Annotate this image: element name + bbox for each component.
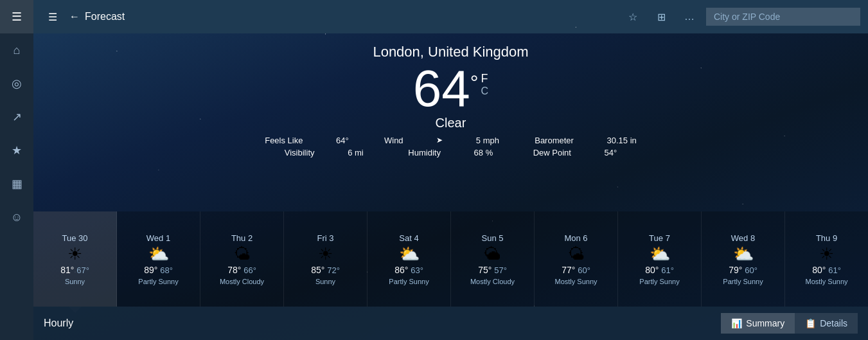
unit-selector: F C: [481, 72, 489, 97]
forecast-day-condition-1: Partly Sunny: [138, 278, 178, 286]
forecast-day-icon-6: 🌤: [568, 246, 585, 262]
forecast-day-temps-9: 80° 61°: [812, 265, 841, 275]
wind-label: Wind: [384, 136, 403, 145]
forecast-day-temps-1: 89° 68°: [144, 265, 173, 275]
visibility-label: Visibility: [285, 148, 315, 157]
forecast-day-3[interactable]: Fri 3 ☀ 85° 72° Sunny: [284, 211, 368, 307]
hourly-label: Hourly: [44, 318, 721, 329]
forecast-day-condition-2: Mostly Cloudy: [220, 278, 264, 286]
forecast-day-condition-9: Mostly Sunny: [805, 278, 847, 286]
forecast-day-temps-8: 79° 60°: [729, 265, 757, 275]
search-input[interactable]: [706, 8, 860, 26]
forecast-day-2[interactable]: Thu 2 🌤 78° 66° Mostly Cloudy: [200, 211, 284, 307]
forecast-day-label-6: Mon 6: [564, 233, 587, 243]
forecast-day-label-4: Sat 4: [399, 233, 418, 243]
weather-stats-row2: Visibility 6 mi Humidity 68 % Dew Point …: [285, 148, 617, 157]
humidity-label: Humidity: [408, 148, 441, 157]
bottom-bar: Hourly 📊 Summary 📋 Details: [33, 307, 868, 340]
weather-content: London, United Kingdom 64 ° F C Clear Fe…: [33, 33, 868, 211]
forecast-day-temps-4: 86° 63°: [394, 265, 423, 275]
forecast-day-temps-6: 77° 60°: [562, 265, 590, 275]
summary-button[interactable]: 📊 Summary: [721, 313, 795, 334]
header-actions: ☆ ⊞ …: [621, 5, 860, 28]
degree-symbol: °: [470, 71, 479, 94]
visibility-value: 6 mi: [348, 148, 364, 157]
dew-point-value: 54°: [605, 148, 617, 157]
wind-value: 5 mph: [476, 136, 499, 145]
city-name: London, United Kingdom: [373, 44, 528, 60]
forecast-day-condition-7: Partly Sunny: [639, 278, 679, 286]
forecast-bar: Tue 30 ☀ 81° 67° Sunny Wed 1 ⛅ 89° 68° P…: [33, 211, 868, 307]
more-button[interactable]: …: [678, 5, 701, 28]
forecast-day-condition-6: Mostly Sunny: [554, 278, 597, 286]
forecast-day-temps-2: 78° 66°: [227, 265, 256, 275]
details-button[interactable]: 📋 Details: [795, 313, 858, 334]
app-title: Forecast: [85, 11, 621, 22]
details-list-icon: 📋: [805, 318, 816, 328]
forecast-day-condition-0: Sunny: [65, 278, 85, 286]
forecast-day-1[interactable]: Wed 1 ⛅ 89° 68° Partly Sunny: [117, 211, 200, 307]
summary-label: Summary: [746, 318, 784, 328]
forecast-day-7[interactable]: Tue 7 ⛅ 80° 61° Partly Sunny: [618, 211, 702, 307]
summary-chart-icon: 📊: [731, 318, 742, 328]
details-label: Details: [820, 318, 847, 328]
weather-stats-row1: Feels Like 64° Wind ➤ 5 mph Barometer 30…: [265, 136, 637, 145]
barometer-value: 30.15 in: [607, 136, 637, 145]
forecast-day-icon-2: 🌤: [234, 246, 251, 262]
forecast-day-condition-3: Sunny: [315, 278, 335, 286]
forecast-day-temps-5: 75° 57°: [478, 265, 507, 275]
favorite-button[interactable]: ☆: [621, 5, 644, 28]
sidebar-trending-icon[interactable]: ↗: [0, 100, 33, 134]
current-temperature: 64: [413, 63, 470, 114]
sidebar-radar-icon[interactable]: ◎: [0, 67, 33, 100]
main-content: ☰ ← Forecast ☆ ⊞ … London, United Kingdo…: [33, 0, 868, 340]
forecast-day-6[interactable]: Mon 6 🌤 77° 60° Mostly Sunny: [535, 211, 618, 307]
sidebar-more-icon[interactable]: ☺: [0, 201, 33, 234]
forecast-day-icon-1: ⛅: [148, 246, 169, 262]
sidebar: ☰ ⌂ ◎ ↗ ★ ▦ ☺: [0, 0, 33, 340]
celsius-button[interactable]: C: [481, 85, 489, 97]
feels-like-label: Feels Like: [265, 136, 303, 145]
forecast-day-label-2: Thu 2: [231, 233, 252, 243]
dew-point-label: Dew Point: [533, 148, 571, 157]
forecast-day-label-7: Tue 7: [649, 233, 670, 243]
forecast-day-label-0: Tue 30: [62, 233, 88, 243]
forecast-day-label-5: Sun 5: [482, 233, 504, 243]
forecast-day-temps-3: 85° 72°: [311, 265, 340, 275]
forecast-day-9[interactable]: Thu 9 ☀ 80° 61° Mostly Sunny: [785, 211, 868, 307]
humidity-value: 68 %: [474, 148, 493, 157]
temperature-row: 64 ° F C: [413, 63, 488, 114]
forecast-day-label-8: Wed 8: [731, 233, 755, 243]
forecast-day-condition-8: Partly Sunny: [723, 278, 763, 286]
sidebar-menu-icon[interactable]: ☰: [0, 0, 33, 33]
forecast-day-icon-8: ⛅: [733, 246, 754, 262]
forecast-day-condition-4: Partly Sunny: [389, 278, 429, 286]
forecast-day-4[interactable]: Sat 4 ⛅ 86° 63° Partly Sunny: [368, 211, 451, 307]
bottom-actions: 📊 Summary 📋 Details: [721, 313, 858, 334]
forecast-day-icon-7: ⛅: [650, 246, 670, 262]
weather-condition: Clear: [436, 116, 466, 130]
forecast-day-label-3: Fri 3: [317, 233, 334, 243]
feels-like-value: 64°: [336, 136, 349, 145]
barometer-label: Barometer: [535, 136, 574, 145]
app-header: ☰ ← Forecast ☆ ⊞ …: [33, 0, 868, 33]
forecast-day-icon-9: ☀: [819, 246, 834, 262]
fahrenheit-button[interactable]: F: [481, 72, 489, 85]
forecast-day-8[interactable]: Wed 8 ⛅ 79° 60° Partly Sunny: [702, 211, 785, 307]
forecast-day-condition-5: Mostly Cloudy: [470, 278, 515, 286]
forecast-day-label-9: Thu 9: [816, 233, 837, 243]
forecast-day-icon-4: ⛅: [399, 246, 420, 262]
sidebar-home-icon[interactable]: ⌂: [0, 33, 33, 67]
forecast-day-icon-5: 🌥: [484, 246, 501, 262]
forecast-day-icon-0: ☀: [67, 246, 82, 262]
sidebar-favorites-icon[interactable]: ★: [0, 134, 33, 167]
sidebar-news-icon[interactable]: ▦: [0, 167, 33, 201]
pin-button[interactable]: ⊞: [650, 5, 673, 28]
hamburger-button[interactable]: ☰: [41, 5, 64, 28]
forecast-day-temps-0: 81° 67°: [60, 265, 89, 275]
forecast-day-5[interactable]: Sun 5 🌥 75° 57° Mostly Cloudy: [451, 211, 535, 307]
forecast-day-temps-7: 80° 61°: [645, 265, 674, 275]
forecast-day-label-1: Wed 1: [146, 233, 170, 243]
forecast-day-0[interactable]: Tue 30 ☀ 81° 67° Sunny: [33, 211, 117, 307]
back-button[interactable]: ←: [69, 11, 80, 22]
